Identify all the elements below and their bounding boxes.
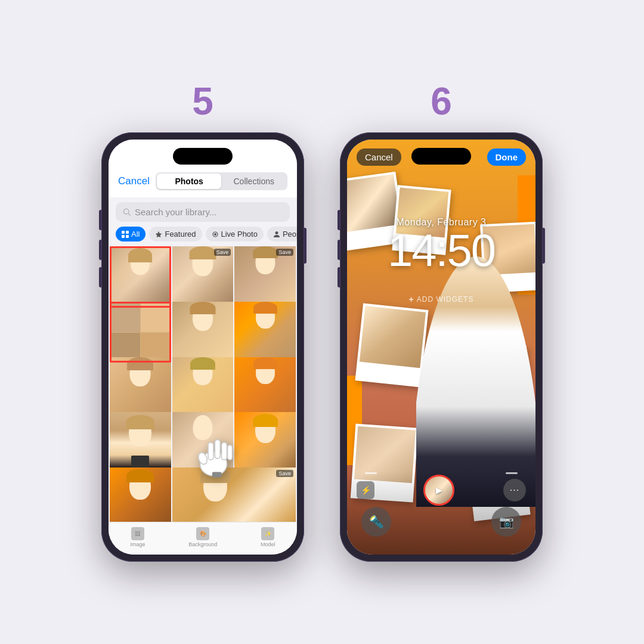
dynamic-island-5 <box>173 148 233 165</box>
toolbar-model-label: Model <box>261 541 275 547</box>
toolbar-image[interactable]: 🖼 Image <box>130 527 145 547</box>
phone-6-screen: Cancel Done Monday, February 3 14:50 ADD… <box>347 140 535 555</box>
polaroid-4 <box>355 304 429 388</box>
people-icon <box>273 231 280 238</box>
filter-live-photo-label: Live Photo <box>221 230 258 239</box>
photo-cell-9[interactable] <box>234 357 296 419</box>
svg-rect-5 <box>126 235 129 238</box>
search-placeholder: Search your library... <box>135 207 216 217</box>
photo-badge-2: Save <box>214 249 231 256</box>
filter-people[interactable]: People <box>267 227 297 242</box>
svg-rect-4 <box>122 235 125 238</box>
svg-point-9 <box>275 231 278 234</box>
svg-line-1 <box>128 213 130 215</box>
photo-cell-1[interactable] <box>110 246 171 308</box>
step-6-number: 6 <box>431 82 452 120</box>
search-icon <box>123 208 131 216</box>
filter-live-photo[interactable]: Live Photo <box>206 227 264 242</box>
filter-all-label: All <box>131 230 140 239</box>
lockscreen-top-bar: Cancel Done <box>347 140 535 173</box>
lockscreen-cancel-button[interactable]: Cancel <box>357 148 401 166</box>
photo-cell-6[interactable] <box>234 302 296 363</box>
filter-row: All Featured <box>109 227 297 246</box>
toolbar-background[interactable]: 🎨 Background <box>188 527 217 547</box>
lockscreen-photo-thumb[interactable] <box>423 475 454 506</box>
photo-badge-14: Save <box>276 470 293 477</box>
photo-grid: Save Save <box>109 246 297 522</box>
lockscreen-done-button[interactable]: Done <box>487 148 527 166</box>
filter-all[interactable]: All <box>116 227 145 242</box>
toolbar-model[interactable]: ✨ Model <box>261 527 275 547</box>
star-icon <box>155 231 162 238</box>
photos-tab-group: Photos Collections <box>156 172 287 190</box>
selection-border-4 <box>110 302 171 363</box>
lockscreen-flashlight-button[interactable]: 🔦 <box>361 507 391 537</box>
model-icon: ✨ <box>261 527 274 540</box>
photo-cell-13[interactable] <box>110 467 171 522</box>
step-5-number: 5 <box>192 82 213 120</box>
photo-cell-14[interactable]: Save <box>172 467 296 522</box>
lockscreen-media-row: ⚡ ··· <box>347 475 535 506</box>
photo-cell-3[interactable]: Save <box>234 246 296 308</box>
image-icon: 🖼 <box>131 527 144 540</box>
add-widgets-label: ADD WIDGETS <box>417 295 474 304</box>
phone-6: Cancel Done Monday, February 3 14:50 ADD… <box>340 132 543 562</box>
tab-photos[interactable]: Photos <box>157 174 222 189</box>
svg-rect-2 <box>122 231 125 234</box>
photo-cell-2[interactable]: Save <box>172 246 234 308</box>
svg-point-8 <box>214 233 216 236</box>
filter-people-label: People <box>283 230 297 239</box>
selection-border <box>110 246 171 308</box>
svg-marker-6 <box>156 231 162 237</box>
main-container: 5 Cancel Photos Collections <box>78 58 566 586</box>
photo-cell-5[interactable] <box>172 302 234 363</box>
polaroid-img-4 <box>360 306 426 368</box>
minus-icon-left <box>365 472 377 474</box>
photo-cell-10[interactable] <box>110 412 171 473</box>
search-bar[interactable]: Search your library... <box>116 202 290 222</box>
step-6: 6 <box>340 82 543 562</box>
lockscreen-time: 14:50 <box>347 228 535 273</box>
lockscreen-add-widgets[interactable]: ADD WIDGETS <box>347 295 535 304</box>
bottom-toolbar-5: 🖼 Image 🎨 Background ✨ Model <box>109 522 297 555</box>
tab-collections[interactable]: Collections <box>221 174 286 189</box>
toolbar-image-label: Image <box>130 541 145 547</box>
live-photo-icon <box>212 231 219 238</box>
lockscreen-more-button[interactable]: ··· <box>503 479 526 501</box>
photos-cancel-button[interactable]: Cancel <box>118 175 150 187</box>
minus-icon-right <box>506 472 518 474</box>
photos-app: Cancel Photos Collections Search your li… <box>109 140 297 555</box>
grid-icon <box>122 231 129 238</box>
photo-cell-12[interactable] <box>234 412 296 473</box>
background-icon: 🎨 <box>196 527 209 540</box>
phone-5: Cancel Photos Collections Search your li… <box>101 132 304 562</box>
filter-featured[interactable]: Featured <box>149 227 202 242</box>
phone-5-screen: Cancel Photos Collections Search your li… <box>109 140 297 555</box>
filter-featured-label: Featured <box>165 230 196 239</box>
photo-cell-11[interactable] <box>172 412 234 473</box>
photo-cell-8[interactable] <box>172 357 234 419</box>
toolbar-background-label: Background <box>188 541 217 547</box>
photo-cell-4[interactable] <box>110 302 171 363</box>
lockscreen-camera-button[interactable]: 📷 <box>491 507 521 537</box>
svg-rect-3 <box>126 231 129 234</box>
photo-cell-7[interactable] <box>110 357 171 419</box>
lockscreen-icon-left: ⚡ <box>357 481 374 499</box>
step-5: 5 Cancel Photos Collections <box>101 82 304 562</box>
photo-badge-3: Save <box>276 249 293 256</box>
